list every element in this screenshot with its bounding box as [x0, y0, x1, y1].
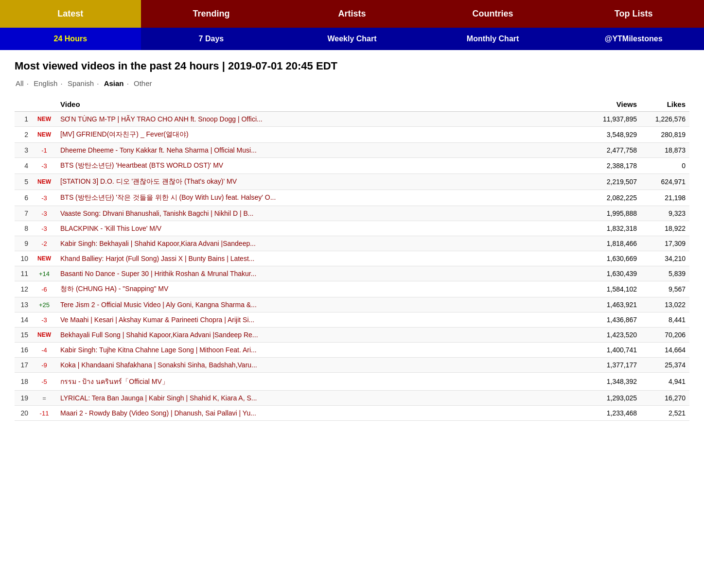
likes-cell: 18,922 — [641, 221, 689, 236]
video-title-link[interactable]: BTS (방탄소년단) '작은 것들을 위한 시 (Boy With Luv) … — [60, 193, 276, 201]
nav-sub: 24 Hours 7 Days Weekly Chart Monthly Cha… — [0, 28, 704, 50]
views-cell: 1,832,318 — [582, 221, 641, 236]
nav-weekly-chart[interactable]: Weekly Chart — [282, 28, 422, 50]
video-title-link[interactable]: Bekhayali Full Song | Shahid Kapoor,Kiar… — [60, 331, 258, 339]
likes-cell: 70,206 — [641, 328, 689, 343]
video-title-cell[interactable]: LYRICAL: Tera Ban Jaunga | Kabir Singh |… — [56, 391, 582, 406]
video-title-link[interactable]: 청하 (CHUNG HA) - "Snapping" MV — [60, 285, 168, 293]
video-title-cell[interactable]: Khand Balliey: Harjot (Full Song) Jassi … — [56, 251, 582, 266]
views-cell: 1,995,888 — [582, 206, 641, 221]
video-title-link[interactable]: Kabir Singh: Tujhe Kitna Chahne Lage Son… — [60, 346, 257, 354]
nav-latest[interactable]: Latest — [0, 0, 141, 28]
nav-24hours[interactable]: 24 Hours — [0, 28, 141, 50]
video-title-cell[interactable]: Dheeme Dheeme - Tony Kakkar ft. Neha Sha… — [56, 143, 582, 158]
video-title-cell[interactable]: Tere Jism 2 - Official Music Video | Aly… — [56, 297, 582, 312]
views-cell: 1,818,466 — [582, 236, 641, 251]
nav-artists[interactable]: Artists — [282, 0, 422, 28]
views-cell: 1,630,439 — [582, 266, 641, 281]
video-title-cell[interactable]: BLACKPINK - 'Kill This Love' M/V — [56, 221, 582, 236]
video-title-cell[interactable]: Basanti No Dance - Super 30 | Hrithik Ro… — [56, 266, 582, 281]
change-cell: -11 — [32, 406, 56, 421]
video-title-link[interactable]: Basanti No Dance - Super 30 | Hrithik Ro… — [60, 270, 256, 277]
video-title-link[interactable]: [STATION 3] D.O. 디오 '괜찮아도 괜찮아 (That's ok… — [60, 177, 237, 185]
video-title-link[interactable]: [MV] GFRIEND(여자친구) _ Fever(열대야) — [60, 130, 189, 138]
likes-cell: 9,567 — [641, 281, 689, 297]
change-cell: = — [32, 391, 56, 406]
nav-monthly-chart[interactable]: Monthly Chart — [422, 28, 563, 50]
rank-cell: 20 — [15, 406, 32, 421]
filter-other[interactable]: Other — [134, 79, 152, 87]
video-title-cell[interactable]: Kabir Singh: Tujhe Kitna Chahne Lage Son… — [56, 343, 582, 358]
video-title-cell[interactable]: 청하 (CHUNG HA) - "Snapping" MV — [56, 281, 582, 297]
change-cell: +14 — [32, 266, 56, 281]
likes-cell: 25,374 — [641, 358, 689, 373]
video-title-link[interactable]: BLACKPINK - 'Kill This Love' M/V — [60, 225, 161, 232]
video-title-cell[interactable]: SƠN TÙNG M-TP | HÃY TRAO CHO ANH ft. Sno… — [56, 112, 582, 127]
change-cell: -3 — [32, 312, 56, 328]
change-cell: NEW — [32, 127, 56, 143]
views-cell: 2,388,178 — [582, 158, 641, 174]
likes-cell: 21,198 — [641, 190, 689, 206]
video-title-link[interactable]: กรรม - ป้าง นครินทร์「Official MV」 — [60, 378, 169, 385]
video-title-cell[interactable]: [STATION 3] D.O. 디오 '괜찮아도 괜찮아 (That's ok… — [56, 174, 582, 190]
video-title-cell[interactable]: กรรม - ป้าง นครินทร์「Official MV」 — [56, 373, 582, 391]
video-title-link[interactable]: Ve Maahi | Kesari | Akshay Kumar & Parin… — [60, 316, 254, 324]
table-row: 6-3BTS (방탄소년단) '작은 것들을 위한 시 (Boy With Lu… — [15, 190, 689, 206]
rank-cell: 14 — [15, 312, 32, 328]
nav-trending[interactable]: Trending — [141, 0, 282, 28]
table-row: 18-5กรรม - ป้าง นครินทร์「Official MV」1,3… — [15, 373, 689, 391]
video-title-cell[interactable]: Ve Maahi | Kesari | Akshay Kumar & Parin… — [56, 312, 582, 328]
rank-cell: 10 — [15, 251, 32, 266]
likes-cell: 1,226,576 — [641, 112, 689, 127]
rank-cell: 7 — [15, 206, 32, 221]
views-cell: 1,400,741 — [582, 343, 641, 358]
filter-all[interactable]: All — [16, 79, 24, 87]
views-cell: 1,436,867 — [582, 312, 641, 328]
video-title-cell[interactable]: BTS (방탄소년단) '작은 것들을 위한 시 (Boy With Luv) … — [56, 190, 582, 206]
likes-cell: 5,839 — [641, 266, 689, 281]
video-title-cell[interactable]: Kabir Singh: Bekhayali | Shahid Kapoor,K… — [56, 236, 582, 251]
likes-cell: 17,309 — [641, 236, 689, 251]
rank-cell: 19 — [15, 391, 32, 406]
nav-top: Latest Trending Artists Countries Top Li… — [0, 0, 704, 28]
filter-asian[interactable]: Asian — [104, 79, 124, 87]
change-cell: +25 — [32, 297, 56, 312]
video-title-link[interactable]: Vaaste Song: Dhvani Bhanushali, Tanishk … — [60, 209, 253, 217]
views-cell: 3,548,929 — [582, 127, 641, 143]
filter-spanish[interactable]: Spanish — [68, 79, 94, 87]
filter-english[interactable]: English — [34, 79, 57, 87]
change-cell: NEW — [32, 112, 56, 127]
filter-bar: All · English · Spanish · Asian · Other — [15, 79, 689, 87]
table-row: 13+25Tere Jism 2 - Official Music Video … — [15, 297, 689, 312]
likes-cell: 9,323 — [641, 206, 689, 221]
views-cell: 1,423,520 — [582, 328, 641, 343]
video-title-link[interactable]: Kabir Singh: Bekhayali | Shahid Kapoor,K… — [60, 240, 256, 247]
video-title-cell[interactable]: BTS (방탄소년단) 'Heartbeat (BTS WORLD OST)' … — [56, 158, 582, 174]
video-title-cell[interactable]: Koka | Khandaani Shafakhana | Sonakshi S… — [56, 358, 582, 373]
video-title-cell[interactable]: Maari 2 - Rowdy Baby (Video Song) | Dhan… — [56, 406, 582, 421]
video-title-link[interactable]: Koka | Khandaani Shafakhana | Sonakshi S… — [60, 361, 257, 369]
change-cell: -3 — [32, 158, 56, 174]
video-title-link[interactable]: Dheeme Dheeme - Tony Kakkar ft. Neha Sha… — [60, 146, 257, 154]
video-title-cell[interactable]: Vaaste Song: Dhvani Bhanushali, Tanishk … — [56, 206, 582, 221]
likes-cell: 16,270 — [641, 391, 689, 406]
video-title-link[interactable]: LYRICAL: Tera Ban Jaunga | Kabir Singh |… — [60, 394, 257, 402]
video-title-link[interactable]: Khand Balliey: Harjot (Full Song) Jassi … — [60, 255, 254, 262]
change-cell: NEW — [32, 328, 56, 343]
views-cell: 1,233,468 — [582, 406, 641, 421]
views-cell: 1,377,177 — [582, 358, 641, 373]
likes-cell: 14,664 — [641, 343, 689, 358]
change-cell: -9 — [32, 358, 56, 373]
video-title-link[interactable]: Maari 2 - Rowdy Baby (Video Song) | Dhan… — [60, 409, 256, 417]
video-title-link[interactable]: Tere Jism 2 - Official Music Video | Aly… — [60, 301, 257, 309]
video-title-cell[interactable]: [MV] GFRIEND(여자친구) _ Fever(열대야) — [56, 127, 582, 143]
video-title-cell[interactable]: Bekhayali Full Song | Shahid Kapoor,Kiar… — [56, 328, 582, 343]
video-title-link[interactable]: SƠN TÙNG M-TP | HÃY TRAO CHO ANH ft. Sno… — [60, 115, 263, 123]
nav-7days[interactable]: 7 Days — [141, 28, 282, 50]
nav-ytmilestones[interactable]: @YTMilestones — [563, 28, 704, 50]
rank-cell: 3 — [15, 143, 32, 158]
nav-top-lists[interactable]: Top Lists — [563, 0, 704, 28]
video-title-link[interactable]: BTS (방탄소년단) 'Heartbeat (BTS WORLD OST)' … — [60, 161, 223, 169]
nav-countries[interactable]: Countries — [422, 0, 563, 28]
rank-cell: 1 — [15, 112, 32, 127]
